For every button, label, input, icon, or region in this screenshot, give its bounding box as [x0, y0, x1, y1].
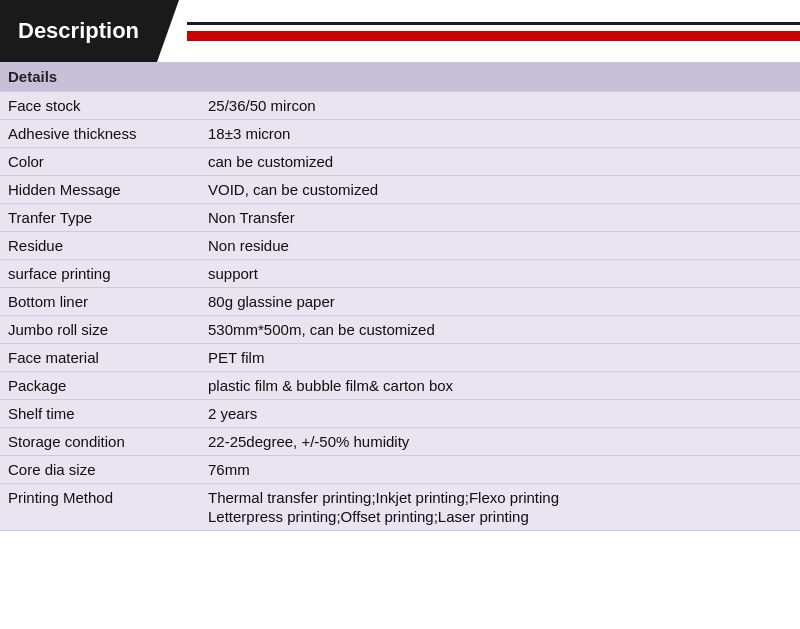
- row-value: 22-25degree, +/-50% humidity: [200, 428, 800, 456]
- table-row: Face stock 25/36/50 mircon: [0, 92, 800, 120]
- row-value: Thermal transfer printing;Inkjet printin…: [200, 484, 800, 509]
- table-row: Printing Method Thermal transfer printin…: [0, 484, 800, 509]
- description-box: Description: [0, 0, 157, 62]
- table-row: Core dia size 76mm: [0, 456, 800, 484]
- row-label: Residue: [0, 232, 200, 260]
- row-value: 80g glassine paper: [200, 288, 800, 316]
- row-label: Package: [0, 372, 200, 400]
- table-row: Jumbo roll size 530mm*500m, can be custo…: [0, 316, 800, 344]
- table-row-continued: Letterpress printing;Offset printing;Las…: [0, 508, 800, 531]
- row-label: Core dia size: [0, 456, 200, 484]
- row-label: Color: [0, 148, 200, 176]
- row-value: 25/36/50 mircon: [200, 92, 800, 120]
- table-row: Package plastic film & bubble film& cart…: [0, 372, 800, 400]
- table-row: Storage condition 22-25degree, +/-50% hu…: [0, 428, 800, 456]
- row-label-empty: [0, 508, 200, 531]
- table-row: Adhesive thickness 18±3 micron: [0, 120, 800, 148]
- table-row: Bottom liner 80g glassine paper: [0, 288, 800, 316]
- row-value: can be customized: [200, 148, 800, 176]
- row-label: Face material: [0, 344, 200, 372]
- row-label: Printing Method: [0, 484, 200, 509]
- row-label: surface printing: [0, 260, 200, 288]
- page-wrapper: Description Details Face stock 25/36/50 …: [0, 0, 800, 629]
- row-value: plastic film & bubble film& carton box: [200, 372, 800, 400]
- row-value-continued: Letterpress printing;Offset printing;Las…: [200, 508, 800, 531]
- row-label: Jumbo roll size: [0, 316, 200, 344]
- row-value: Non residue: [200, 232, 800, 260]
- row-label: Face stock: [0, 92, 200, 120]
- details-header-cell: Details: [0, 62, 800, 92]
- row-label: Tranfer Type: [0, 204, 200, 232]
- table-row: Hidden Message VOID, can be customized: [0, 176, 800, 204]
- row-value: VOID, can be customized: [200, 176, 800, 204]
- description-label: Description: [18, 18, 139, 44]
- header-section: Description: [0, 0, 800, 62]
- table-row: Residue Non residue: [0, 232, 800, 260]
- header-black-line: [187, 22, 800, 25]
- table-row: Shelf time 2 years: [0, 400, 800, 428]
- row-label: Storage condition: [0, 428, 200, 456]
- row-value: Non Transfer: [200, 204, 800, 232]
- table-row: surface printing support: [0, 260, 800, 288]
- row-label: Hidden Message: [0, 176, 200, 204]
- table-row: Tranfer Type Non Transfer: [0, 204, 800, 232]
- row-label: Bottom liner: [0, 288, 200, 316]
- row-label: Shelf time: [0, 400, 200, 428]
- table-row: Face material PET film: [0, 344, 800, 372]
- row-value: support: [200, 260, 800, 288]
- row-value: 530mm*500m, can be customized: [200, 316, 800, 344]
- row-value: 76mm: [200, 456, 800, 484]
- table-row: Color can be customized: [0, 148, 800, 176]
- row-value: 18±3 micron: [200, 120, 800, 148]
- details-table: Details Face stock 25/36/50 mircon Adhes…: [0, 62, 800, 531]
- header-lines: [157, 0, 800, 62]
- row-label: Adhesive thickness: [0, 120, 200, 148]
- table-header-row: Details: [0, 62, 800, 92]
- header-red-line: [187, 31, 800, 41]
- row-value: 2 years: [200, 400, 800, 428]
- row-value: PET film: [200, 344, 800, 372]
